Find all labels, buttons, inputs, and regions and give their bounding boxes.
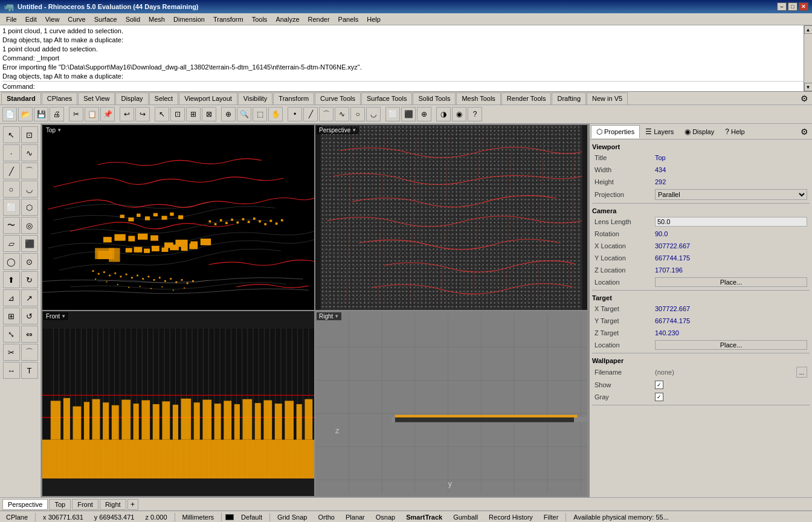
annotation-tool[interactable]: T — [21, 362, 38, 379]
zoom-window-button[interactable]: ⬚ — [253, 107, 267, 121]
panel-tab-layers[interactable]: ☰Layers — [640, 125, 679, 138]
polygon-tool[interactable]: ⬡ — [21, 199, 38, 216]
render-button[interactable]: ◉ — [452, 107, 466, 121]
layer-swatch[interactable] — [225, 514, 234, 520]
units-status[interactable]: Millimeters — [179, 514, 218, 521]
viewport-right[interactable]: Right ▼ — [315, 311, 587, 496]
panel-settings-icon[interactable]: ⚙ — [798, 127, 811, 137]
ortho-status[interactable]: Ortho — [314, 514, 338, 521]
select-window-button[interactable]: ⊡ — [170, 107, 185, 121]
select-all-button[interactable]: ⊞ — [186, 107, 201, 121]
menu-item-dimension[interactable]: Dimension — [170, 15, 208, 24]
extrude-tool[interactable]: ⬆ — [3, 271, 20, 288]
toolbar-tab-surface-tools[interactable]: Surface Tools — [361, 92, 412, 105]
menu-item-surface[interactable]: Surface — [91, 15, 121, 24]
toolbar-tab-standard[interactable]: Standard — [1, 92, 41, 105]
menu-item-edit[interactable]: Edit — [22, 15, 40, 24]
viewport-front[interactable]: Front ▼ — [42, 311, 314, 496]
toolbar-tab-transform[interactable]: Transform — [273, 92, 314, 105]
open-button[interactable]: 📂 — [18, 107, 33, 121]
menu-item-help[interactable]: Help — [363, 15, 384, 24]
bottom-tab-right[interactable]: Right — [100, 499, 126, 510]
copy-button[interactable]: 📋 — [85, 107, 99, 121]
panel-tab-properties[interactable]: ⬡Properties — [591, 125, 640, 138]
print-button[interactable]: 🖨 — [50, 107, 64, 121]
pan-button[interactable]: ✋ — [268, 107, 283, 121]
cut-button[interactable]: ✂ — [69, 107, 83, 121]
toolbar-tab-curve-tools[interactable]: Curve Tools — [315, 92, 361, 105]
toolbar-tab-solid-tools[interactable]: Solid Tools — [413, 92, 456, 105]
viewport-perspective[interactable]: Perspective ▼ generated below via CSS/JS — [315, 125, 587, 310]
help-button[interactable]: ? — [468, 107, 482, 121]
gumball-status[interactable]: Gumball — [450, 514, 482, 521]
panel-tab-display[interactable]: ◉Display — [679, 125, 720, 138]
box-tool[interactable]: ⬛ — [21, 235, 38, 252]
scroll-up-button[interactable]: ▲ — [804, 25, 813, 34]
toolbar-tab-select[interactable]: Select — [149, 92, 179, 105]
toolbar-tab-render-tools[interactable]: Render Tools — [501, 92, 552, 105]
menu-item-panels[interactable]: Panels — [335, 15, 362, 24]
bottom-tab-perspective[interactable]: Perspective — [2, 499, 48, 510]
arc-button[interactable]: ◡ — [366, 107, 381, 121]
menu-item-solid[interactable]: Solid — [122, 15, 144, 24]
cylinder-tool[interactable]: ⊙ — [21, 253, 38, 270]
toolbar-tab-new-in-v5[interactable]: New in V5 — [587, 92, 628, 105]
toolbar-tab-mesh-tools[interactable]: Mesh Tools — [456, 92, 500, 105]
layer-status[interactable]: Default — [237, 514, 266, 521]
scale-tool[interactable]: ⤡ — [3, 326, 20, 343]
sweep-tool[interactable]: ↗ — [21, 289, 38, 306]
menu-item-file[interactable]: File — [2, 15, 21, 24]
bottom-tab-top[interactable]: Top — [49, 499, 71, 510]
viewport-right-label[interactable]: Right ▼ — [317, 312, 341, 320]
new-button[interactable]: 📄 — [2, 107, 17, 121]
viewport-front-label[interactable]: Front ▼ — [44, 312, 68, 320]
menu-item-curve[interactable]: Curve — [64, 15, 89, 24]
menu-item-analyze[interactable]: Analyze — [272, 15, 303, 24]
fillet-tool[interactable]: ⌒ — [21, 344, 38, 361]
boolean-button[interactable]: ⊕ — [417, 107, 431, 121]
bottom-tab-front[interactable]: Front — [72, 499, 98, 510]
menu-item-tools[interactable]: Tools — [248, 15, 271, 24]
maximize-button[interactable]: □ — [788, 2, 798, 11]
polyline-button[interactable]: ⌒ — [319, 107, 334, 121]
surface-button[interactable]: ⬜ — [385, 107, 400, 121]
line-button[interactable]: ╱ — [303, 107, 318, 121]
command-scrollbar[interactable]: ▲ ▼ — [804, 25, 812, 91]
close-button[interactable]: ✕ — [799, 2, 808, 11]
smarttrack-status[interactable]: SmartTrack — [402, 514, 446, 521]
move-tool[interactable]: ⊞ — [3, 308, 20, 324]
circle-button[interactable]: ○ — [350, 107, 365, 121]
zoom-extents-button[interactable]: ⊕ — [221, 107, 236, 121]
viewport-top[interactable]: Top ▼ — [42, 125, 314, 310]
select-window-tool[interactable]: ⊡ — [21, 126, 38, 143]
helix-tool[interactable]: ◎ — [21, 217, 38, 234]
toolbar-tab-display[interactable]: Display — [115, 92, 148, 105]
toolbar-tab-viewport-layout[interactable]: Viewport Layout — [179, 92, 237, 105]
zoom-in-button[interactable]: 🔍 — [237, 107, 251, 121]
panel-row-place-button[interactable]: Place... — [655, 340, 807, 350]
panel-row-browse-button[interactable]: ... — [796, 367, 807, 378]
scroll-down-button[interactable]: ▼ — [804, 83, 813, 91]
toolbar-tab-cplanes[interactable]: CPlanes — [42, 92, 78, 105]
minimize-button[interactable]: – — [777, 2, 787, 11]
menu-item-view[interactable]: View — [42, 15, 63, 24]
record-history-status[interactable]: Record History — [485, 514, 536, 521]
dimension-tool[interactable]: ↔ — [3, 362, 20, 379]
extrude-button[interactable]: ⬛ — [401, 107, 416, 121]
line-tool[interactable]: ╱ — [3, 163, 20, 179]
panel-row-checkbox[interactable]: ✓ — [655, 393, 663, 401]
sphere-tool[interactable]: ◯ — [3, 253, 20, 270]
save-button[interactable]: 💾 — [34, 107, 48, 121]
panel-row-checkbox[interactable]: ✓ — [655, 381, 663, 389]
curve-tool[interactable]: ∿ — [21, 144, 38, 161]
freeform-tool[interactable]: 〜 — [3, 217, 20, 234]
grid-snap-status[interactable]: Grid Snap — [274, 514, 311, 521]
loft-tool[interactable]: ⊿ — [3, 289, 20, 306]
select-button[interactable]: ↖ — [155, 107, 169, 121]
shade-button[interactable]: ◑ — [436, 107, 451, 121]
deselect-button[interactable]: ⊠ — [202, 107, 216, 121]
rotate-tool[interactable]: ↺ — [21, 308, 38, 324]
toolbar-tab-drafting[interactable]: Drafting — [552, 92, 586, 105]
revolve-tool[interactable]: ↻ — [21, 271, 38, 288]
arc-tool[interactable]: ◡ — [21, 181, 38, 198]
